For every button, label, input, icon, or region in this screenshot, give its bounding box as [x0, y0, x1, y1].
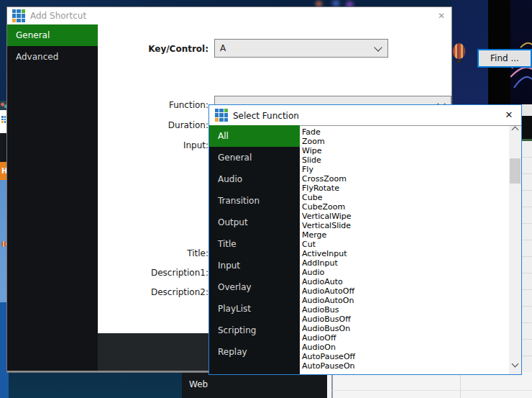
function-list-item[interactable]: Slide: [300, 155, 509, 165]
input-label: Input:: [101, 140, 208, 150]
add-shortcut-titlebar[interactable]: Add Shortcut ✕: [7, 7, 451, 24]
small-balloon-image: [1, 241, 6, 247]
select-function-title: Select Function: [233, 111, 299, 121]
chevron-down-icon: [374, 43, 382, 51]
function-list-item[interactable]: AudioAutoOn: [300, 296, 509, 305]
function-list-item[interactable]: AudioBus: [300, 305, 509, 315]
web-tab-label[interactable]: Web: [189, 379, 208, 389]
function-list-item[interactable]: Cut: [300, 240, 509, 249]
function-list-item[interactable]: AutoPauseOff: [300, 352, 509, 361]
vmix-logo-icon: [12, 9, 25, 22]
function-list-item[interactable]: Merge: [300, 230, 509, 240]
add-shortcut-title: Add Shortcut: [30, 11, 86, 21]
find-button[interactable]: Find ...: [477, 49, 532, 68]
function-label: Function:: [101, 100, 208, 110]
category-tab[interactable]: Audio: [209, 168, 300, 190]
function-list-item[interactable]: Wipe: [300, 146, 509, 155]
function-list-item[interactable]: VerticalSlide: [300, 221, 509, 230]
key-control-label: Key/Control:: [101, 44, 208, 54]
category-tab[interactable]: Transition: [209, 190, 300, 212]
desktop-wallpaper-bottom: [9, 372, 182, 398]
category-tab[interactable]: Input: [209, 255, 300, 276]
background-panel-dark: [522, 116, 532, 139]
background-table-edge: [522, 141, 532, 398]
function-list-item[interactable]: AudioBusOn: [300, 324, 509, 333]
function-list-item[interactable]: Fly: [300, 165, 509, 174]
close-icon[interactable]: ✕: [435, 10, 448, 22]
function-list-item[interactable]: AudioAuto: [300, 277, 509, 286]
function-list-item[interactable]: Fade: [300, 127, 509, 137]
description2-label: Description2:: [101, 287, 208, 297]
description1-label: Description1:: [101, 268, 208, 278]
sidebar-tab[interactable]: General: [7, 24, 98, 46]
hot-air-balloon-image: [453, 43, 465, 59]
category-tab[interactable]: General: [209, 147, 300, 168]
category-tab[interactable]: Title: [209, 233, 300, 255]
category-tab[interactable]: PlayList: [209, 298, 300, 320]
scroll-up-button[interactable]: [509, 126, 521, 138]
function-list-item[interactable]: Cube: [300, 193, 509, 202]
add-shortcut-sidebar: GeneralAdvanced: [7, 24, 98, 371]
function-list-item[interactable]: VerticalWipe: [300, 212, 509, 221]
function-list-item[interactable]: AddInput: [300, 258, 509, 268]
sidebar-tab[interactable]: Advanced: [7, 46, 98, 68]
screen: Web H Add Shortcut ✕ GeneralAdvanced Key…: [0, 0, 532, 398]
function-list: FadeZoomWipeSlideFlyCrossZoomFlyRotateCu…: [300, 125, 509, 374]
table-gridline: [332, 390, 532, 391]
balloon-basket: [457, 60, 461, 63]
function-list-item[interactable]: CubeZoom: [300, 202, 509, 212]
function-list-item[interactable]: FlyRotate: [300, 184, 509, 193]
scroll-down-button[interactable]: [509, 362, 521, 374]
function-category-sidebar: AllGeneralAudioTransitionOutputTitleInpu…: [209, 125, 300, 374]
select-function-dialog: Select Function ✕ AllGeneralAudioTransit…: [208, 104, 522, 375]
function-list-scrollbar[interactable]: [509, 125, 521, 374]
function-list-item[interactable]: Zoom: [300, 137, 509, 146]
function-list-item[interactable]: AudioBusOff: [300, 315, 509, 324]
function-list-item[interactable]: AutoPauseOn: [300, 361, 509, 371]
table-divider: [460, 372, 461, 398]
vmix-logo-icon: [215, 109, 228, 122]
function-list-item[interactable]: AudioOff: [300, 333, 509, 343]
key-control-value: A: [220, 43, 226, 53]
duration-label: Duration:: [101, 120, 208, 130]
close-icon[interactable]: ✕: [503, 109, 515, 121]
category-tab[interactable]: Scripting: [209, 320, 300, 341]
key-control-combobox[interactable]: A: [214, 39, 388, 58]
function-list-item[interactable]: AudioOn: [300, 343, 509, 352]
function-list-item[interactable]: AudioAutoOff: [300, 286, 509, 296]
category-tab[interactable]: Overlay: [209, 276, 300, 298]
category-tab[interactable]: All: [209, 125, 300, 147]
background-panel-light: [522, 104, 532, 116]
title-label: Title:: [101, 248, 208, 258]
scrollbar-thumb[interactable]: [510, 158, 520, 184]
category-tab[interactable]: Output: [209, 212, 300, 233]
function-list-item[interactable]: Audio: [300, 268, 509, 277]
shortcut-list-background: [327, 372, 532, 398]
function-list-item[interactable]: CrossZoom: [300, 174, 509, 184]
table-divider: [331, 372, 333, 398]
chevron-up-icon: [512, 127, 519, 134]
category-tab[interactable]: Replay: [209, 341, 300, 363]
function-list-item[interactable]: ActiveInput: [300, 249, 509, 258]
chevron-down-icon: [512, 361, 519, 368]
select-function-titlebar[interactable]: Select Function ✕: [209, 105, 521, 125]
